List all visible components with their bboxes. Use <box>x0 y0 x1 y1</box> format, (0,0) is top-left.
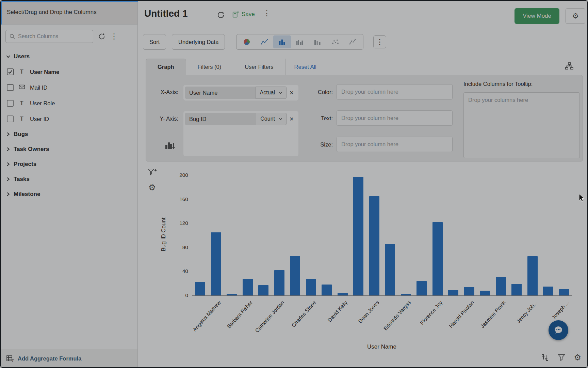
help-chat-button[interactable] <box>549 320 568 340</box>
add-aggregate-formula-link[interactable]: Add Aggregate Formula <box>18 355 81 362</box>
chart-bar[interactable] <box>496 277 506 295</box>
checkbox-unchecked[interactable] <box>7 100 14 107</box>
column-item-user-id[interactable]: T User ID <box>0 111 137 127</box>
combo-chart-type-icon[interactable] <box>344 35 362 48</box>
x-axis-mode-dropdown[interactable]: Actual <box>256 87 287 99</box>
underlying-data-button[interactable]: Underlying Data <box>172 34 225 50</box>
chart-bar[interactable] <box>511 284 522 295</box>
sidebar-group-tasks[interactable]: Tasks <box>0 172 137 187</box>
sidebar-group-task-owners[interactable]: Task Owners <box>0 142 137 157</box>
chart-bar[interactable] <box>243 279 253 295</box>
column-item-user-name[interactable]: T User Name <box>0 64 137 80</box>
sidebar-kebab-menu-icon[interactable]: ⋮ <box>110 33 118 40</box>
color-label: Color: <box>304 89 333 95</box>
add-filter-icon[interactable] <box>147 168 157 177</box>
checkbox-unchecked[interactable] <box>7 84 14 91</box>
chart-bar[interactable] <box>211 232 221 295</box>
chart-bar[interactable] <box>543 287 553 295</box>
remove-y-axis-column-icon[interactable]: ✕ <box>287 116 297 122</box>
chart-settings-gear-icon[interactable]: ⚙ <box>147 183 157 192</box>
view-mode-button[interactable]: View Mode <box>514 8 559 24</box>
chart-sort-icon[interactable] <box>541 353 549 362</box>
tooltip-columns-label: Include Columns for Tooltip: <box>463 81 533 87</box>
chart-bar[interactable] <box>258 285 268 295</box>
sidebar-group-users[interactable]: Users <box>0 49 137 64</box>
tooltip-drop-zone[interactable]: Drop your columns here <box>463 92 580 158</box>
axis-order-icon[interactable] <box>165 141 176 152</box>
chart-bar[interactable] <box>385 244 395 295</box>
column-label: User Name <box>30 69 59 75</box>
columns-tree: Users T User Name Mail ID T User Role T … <box>0 46 137 202</box>
bar-chart-type-icon-selected[interactable] <box>273 35 291 48</box>
chart-bar[interactable] <box>416 281 427 295</box>
sidebar-group-bugs[interactable]: Bugs <box>0 127 137 142</box>
x-tick-label: Joseph ... <box>551 300 570 321</box>
column-item-user-role[interactable]: T User Role <box>0 95 137 111</box>
y-tick-label: 80 <box>171 244 188 250</box>
line-chart-type-icon[interactable] <box>256 35 273 48</box>
chart-bar[interactable] <box>274 270 284 295</box>
column-item-mail-id[interactable]: Mail ID <box>0 80 137 95</box>
x-tick-label: Catherine Jordan <box>254 300 285 334</box>
tab-graph[interactable]: Graph <box>146 59 186 75</box>
group-label: Users <box>14 53 30 60</box>
chart-bar[interactable] <box>527 256 538 295</box>
save-button[interactable]: Save <box>232 10 255 18</box>
x-tick-label: Harold Pawlan <box>448 300 475 329</box>
chevron-down-icon <box>278 117 283 121</box>
y-axis-mode-dropdown[interactable]: Count <box>256 113 287 125</box>
bar-chart-plot[interactable]: 04080120160200 Angelus MathewBarbara Fis… <box>192 175 572 296</box>
checkbox-checked[interactable] <box>7 68 14 75</box>
refresh-columns-icon[interactable] <box>98 33 105 40</box>
chart-bar[interactable] <box>338 293 348 295</box>
remove-x-axis-column-icon[interactable]: ✕ <box>287 90 297 96</box>
reset-all-link[interactable]: Reset All <box>285 59 325 75</box>
report-kebab-menu-icon[interactable]: ⋮ <box>263 10 271 17</box>
settings-gear-button[interactable]: ⚙ <box>566 8 585 24</box>
scatter-chart-type-icon[interactable] <box>326 35 344 48</box>
chart-bar[interactable] <box>480 291 490 295</box>
y-axis-column-chip[interactable]: Bug ID Count <box>185 113 287 125</box>
y-axis-label: Y- Axis: <box>146 116 178 122</box>
x-axis-column-chip[interactable]: User Name Actual <box>185 87 287 99</box>
sidebar-footer: Σ Add Aggregate Formula <box>0 349 137 368</box>
chart-gear-icon[interactable]: ⚙ <box>574 353 581 362</box>
sidebar-header-title: Select/Drag and Drop the Columns <box>7 9 97 16</box>
search-columns-box[interactable] <box>5 30 93 43</box>
mouse-cursor <box>578 194 586 202</box>
sidebar-group-milestone[interactable]: Milestone <box>0 187 137 202</box>
refresh-report-icon[interactable] <box>217 11 225 19</box>
x-tick-label: Barbara Fisher <box>226 300 254 329</box>
hierarchy-view-icon[interactable] <box>565 62 574 70</box>
chart-bar[interactable] <box>559 289 569 295</box>
chart-bar[interactable] <box>448 290 458 295</box>
gear-icon: ⚙ <box>572 12 579 20</box>
checkbox-unchecked[interactable] <box>7 116 14 122</box>
size-drop-zone[interactable]: Drop your column here <box>337 137 453 152</box>
chart-filter-icon[interactable] <box>557 353 566 362</box>
chart-bar[interactable] <box>432 222 443 295</box>
tab-filters[interactable]: Filters (0) <box>186 59 233 75</box>
pie-chart-type-icon[interactable] <box>238 35 256 48</box>
x-tick-label: Charles Stone <box>290 300 317 328</box>
search-columns-input[interactable] <box>18 33 89 40</box>
chart-bar[interactable] <box>322 285 332 295</box>
chart-bar[interactable] <box>290 256 300 295</box>
sort-button[interactable]: Sort <box>143 34 166 50</box>
chevron-right-icon <box>5 191 11 197</box>
grouped-bar-chart-type-icon[interactable] <box>291 35 309 48</box>
chart-type-more-button[interactable]: ⋮ <box>373 35 386 48</box>
chart-bar[interactable] <box>306 279 316 295</box>
chart-bar[interactable] <box>353 177 363 295</box>
stacked-bar-chart-type-icon[interactable] <box>309 35 326 48</box>
tab-user-filters[interactable]: User Filters <box>233 59 285 75</box>
color-drop-zone[interactable]: Drop your column here <box>337 84 453 99</box>
text-drop-zone[interactable]: Drop your column here <box>337 110 453 126</box>
chart-bar[interactable] <box>369 196 379 295</box>
text-type-icon: T <box>18 100 26 106</box>
chart-bar[interactable] <box>464 287 474 295</box>
y-axis-field-box: Bug ID Count ✕ <box>183 111 298 156</box>
sidebar-group-projects[interactable]: Projects <box>0 157 137 172</box>
chart-bar[interactable] <box>195 282 205 295</box>
chart-type-picker <box>236 34 363 50</box>
